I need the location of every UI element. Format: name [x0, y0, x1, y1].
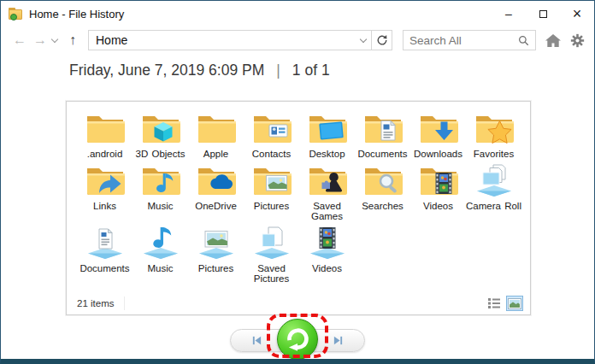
folder-item[interactable]: Desktop: [299, 110, 355, 160]
history-date-header: Friday, June 7, 2019 6:09 PM | 1 of 1: [69, 62, 330, 79]
folder-document-icon: [355, 110, 410, 146]
address-dropdown-chevron-icon[interactable]: [360, 35, 367, 42]
folder-item[interactable]: Music: [133, 162, 188, 222]
folder-star-icon: [466, 110, 521, 146]
large-icons-view-icon: [508, 298, 521, 309]
folder-item-label: Apple: [188, 146, 244, 160]
home-icon: [545, 34, 561, 47]
folder-item[interactable]: Camera Roll: [466, 162, 521, 222]
folder-item[interactable]: Pictures: [244, 162, 299, 222]
date-separator: |: [276, 62, 280, 79]
folder-desktop-icon: [299, 110, 355, 146]
recent-locations-chevron-icon[interactable]: [51, 35, 58, 42]
refresh-button[interactable]: [372, 30, 392, 50]
folder-item[interactable]: Videos: [410, 162, 466, 222]
address-bar[interactable]: Home: [88, 30, 372, 50]
folder-item-label: Camera Roll: [466, 198, 521, 212]
folder-item-label: Saved Pictures: [244, 261, 299, 285]
gear-icon: [570, 33, 585, 48]
minimize-button[interactable]: –: [492, 1, 526, 26]
library-document-icon: [77, 225, 133, 261]
search-input[interactable]: [409, 34, 518, 47]
folder-picture-icon: [244, 162, 299, 198]
refresh-icon: [376, 34, 388, 46]
file-list-panel: .android3D ObjectsAppleContactsDesktopDo…: [66, 101, 531, 315]
folder-search-icon: [355, 162, 410, 198]
folder-item-label: Music: [133, 198, 188, 212]
file-history-window: Home - File History – × ← → ↑ Home: [0, 0, 595, 364]
folder-link-icon: [77, 162, 133, 198]
details-view-icon: [488, 298, 500, 308]
close-button[interactable]: ×: [560, 1, 594, 26]
library-music-icon: [133, 225, 188, 261]
folder-item-label: Searches: [355, 198, 410, 212]
maximize-icon: [539, 10, 547, 18]
folder-item[interactable]: OneDrive: [188, 162, 244, 222]
folder-item-label: Pictures: [244, 198, 299, 212]
options-button[interactable]: [570, 33, 585, 48]
folder-item[interactable]: Favorites: [466, 110, 521, 160]
details-view-button[interactable]: [486, 296, 503, 311]
folder-item[interactable]: Contacts: [244, 110, 299, 160]
forward-button[interactable]: →: [30, 32, 50, 48]
folder-item-label: Favorites: [466, 146, 521, 160]
file-history-app-icon: [9, 8, 23, 20]
folder-item-label: Documents: [77, 261, 133, 274]
folder-item-label: Music: [133, 261, 188, 274]
search-box[interactable]: [403, 30, 536, 50]
folder-item[interactable]: Music: [133, 225, 188, 285]
status-bar: 21 items: [67, 292, 530, 314]
item-count: 21 items: [77, 298, 114, 308]
toolbar: ← → ↑ Home: [1, 26, 594, 54]
next-version-icon: [333, 335, 344, 346]
folder-item[interactable]: Downloads: [410, 110, 466, 160]
folder-icon: [188, 110, 244, 146]
folder-item-label: Contacts: [244, 146, 299, 160]
address-text: Home: [96, 33, 127, 47]
restore-button[interactable]: [277, 319, 318, 360]
folder-item-label: Links: [77, 198, 133, 212]
large-icons-view-button[interactable]: [506, 296, 523, 311]
maximize-button[interactable]: [526, 1, 560, 26]
folder-icon: [77, 110, 133, 146]
folder-item[interactable]: Links: [77, 162, 133, 222]
restore-arrow-icon: [285, 326, 311, 353]
folder-download-icon: [410, 110, 466, 146]
next-version-button[interactable]: [333, 335, 344, 346]
folder-item[interactable]: Pictures: [188, 225, 244, 285]
folder-grid: .android3D ObjectsAppleContactsDesktopDo…: [67, 102, 521, 287]
previous-version-button[interactable]: [251, 335, 262, 346]
search-icon[interactable]: [518, 35, 529, 46]
folder-item[interactable]: Saved Games: [299, 162, 355, 222]
folder-item[interactable]: Documents: [77, 225, 133, 285]
folder-item[interactable]: Videos: [299, 225, 355, 285]
folder-item[interactable]: Apple: [188, 110, 244, 160]
folder-item-label: Videos: [410, 198, 466, 212]
folder-item-label: Downloads: [410, 146, 466, 160]
folder-item-label: OneDrive: [188, 198, 244, 212]
folder-music-icon: [133, 162, 188, 198]
previous-version-icon: [251, 335, 262, 346]
folder-onedrive-icon: [188, 162, 244, 198]
folder-film-icon: [410, 162, 466, 198]
folder-item[interactable]: .android: [77, 110, 133, 160]
folder-item-label: Pictures: [188, 261, 244, 274]
back-button[interactable]: ←: [9, 32, 30, 48]
folder-item-label: 3D Objects: [133, 146, 188, 160]
folder-item[interactable]: Documents: [355, 110, 410, 160]
window-title: Home - File History: [29, 8, 124, 21]
history-position: 1 of 1: [292, 62, 330, 79]
folder-pawn-icon: [299, 162, 355, 198]
history-date: Friday, June 7, 2019 6:09 PM: [69, 62, 264, 79]
folder-item-label: Documents: [355, 146, 410, 160]
up-button[interactable]: ↑: [62, 32, 83, 48]
folder-contacts-icon: [244, 110, 299, 146]
folder-item[interactable]: 3D Objects: [133, 110, 188, 160]
folder-item[interactable]: Searches: [355, 162, 410, 222]
folder-item[interactable]: Saved Pictures: [244, 225, 299, 285]
library-camera-icon: [466, 162, 521, 198]
home-button[interactable]: [545, 34, 561, 47]
title-bar: Home - File History – ×: [1, 1, 594, 26]
library-picture-icon: [188, 225, 244, 261]
folder-cube-icon: [133, 110, 188, 146]
